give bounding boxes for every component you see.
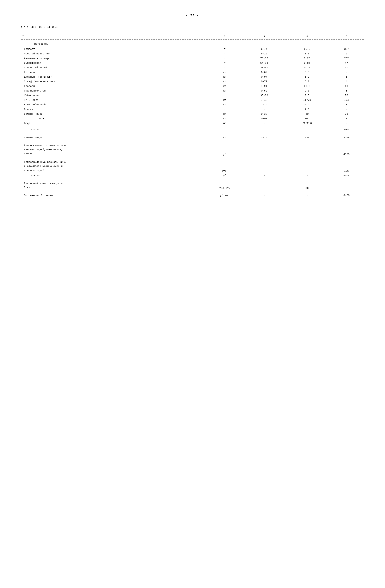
item-total: 8 <box>328 103 365 107</box>
list-item: Нитрагин кг 0-62 0,5 - <box>20 70 365 75</box>
item-qty: 5,9 <box>286 75 328 79</box>
item-name: Уайтспирит <box>20 93 207 98</box>
list-item: Итого стоимость машино-смен, человеко-дн… <box>20 143 365 157</box>
item-price: 39-87 <box>243 65 285 70</box>
item-qty: 30,8 <box>286 84 328 89</box>
item-price: 0-09 <box>243 116 285 121</box>
main-table: I 2 3 4 5 Материалы: Компост т 6-74 50,0… <box>20 34 365 198</box>
item-col3: - <box>243 181 285 190</box>
list-item: Опилки т - 2,0 - <box>20 107 365 112</box>
col-header-4: 4 <box>286 34 328 39</box>
item-unit: кг <box>207 98 243 103</box>
spacer <box>20 157 365 159</box>
item-unit: кг <box>207 75 243 79</box>
item-name: Итого стоимость машино-смен, человеко-дн… <box>20 143 207 157</box>
item-qty: 2,0 <box>286 89 328 93</box>
item-qty: IOO <box>286 116 328 121</box>
item-qty: 2,0 <box>286 107 328 112</box>
item-qty: 0,5 <box>286 93 328 98</box>
item-unit: руб. <box>207 143 243 157</box>
list-item: Компост т 6-74 50,0 337 <box>20 47 365 51</box>
item-qty: 800 <box>286 181 328 190</box>
item-name: Суперфосфат <box>20 61 207 65</box>
item-unit: кг <box>207 89 243 93</box>
item-price: 6-74 <box>243 47 285 51</box>
subtotal-row: Итого 804 <box>20 126 365 133</box>
total-col4: - <box>286 173 328 178</box>
list-item: Смачиватель ОП-7 кг 0-52 2,0 I <box>20 89 365 93</box>
list-item: Непредвиденные расходы IO % к стоимости … <box>20 159 365 173</box>
item-unit: т <box>207 51 243 56</box>
item-unit: т <box>207 107 243 112</box>
list-item: Семена кедра кг 3-I5 720 2268 <box>20 135 365 140</box>
item-price: 0-97 <box>243 75 285 79</box>
item-total: 4SI9 <box>328 143 365 157</box>
item-total: IOI <box>328 56 365 61</box>
item-col3 <box>243 143 285 157</box>
item-col3: - <box>243 193 285 198</box>
item-unit: т <box>207 93 243 98</box>
item-unit: кг <box>207 112 243 116</box>
item-total: I <box>328 89 365 93</box>
doc-ref: т.п.р. 4II -03-5.84 ал.I <box>20 26 365 29</box>
col-header-1: I <box>20 34 207 39</box>
col-header-5: 5 <box>328 34 365 39</box>
col-header-2: 2 <box>207 34 243 39</box>
list-item: Вода м³ - 2082,6 - <box>20 121 365 126</box>
subtotal-label: Итого <box>20 126 207 133</box>
section-header-materials: Материалы: <box>20 40 365 47</box>
item-name: Вода <box>20 121 207 126</box>
item-name: ТМТД 80 % <box>20 98 207 103</box>
item-name: Компост <box>20 47 207 51</box>
item-col4 <box>286 143 328 157</box>
list-item: Пропазин кг I-94 30,8 60 <box>20 84 365 89</box>
item-price: I-94 <box>243 84 285 89</box>
page-header: - IB - <box>20 14 365 17</box>
item-qty: 720 <box>286 135 328 140</box>
item-unit: кг <box>207 116 243 121</box>
item-name: 2,4-Д (аминная соль) <box>20 79 207 84</box>
item-price: 78-82 <box>243 56 285 61</box>
item-total: II <box>328 65 365 70</box>
item-price: 3-I5 <box>243 135 285 140</box>
item-qty: 60 <box>286 112 328 116</box>
item-name: Хлористый калий <box>20 65 207 70</box>
item-unit: тнс.шт. <box>207 181 243 190</box>
item-unit: т <box>207 47 243 51</box>
item-unit: кг <box>207 135 243 140</box>
list-item: Ежегодный выход сеянцев с I га тнс.шт. -… <box>20 181 365 190</box>
list-item: овса кг 0-09 IOO 9 <box>20 116 365 121</box>
item-col4: - <box>286 193 328 198</box>
item-price: 54-83 <box>243 61 285 65</box>
item-total: 6-38 <box>328 193 365 198</box>
item-unit: руб. <box>207 159 243 173</box>
item-total: - <box>328 181 365 190</box>
item-total: IB <box>328 93 365 98</box>
total-col3: - <box>243 173 285 178</box>
spacer <box>20 133 365 135</box>
item-price: 0-62 <box>243 70 285 75</box>
item-name: Семена: вики <box>20 112 207 116</box>
list-item: Клей мебельный кг I-I4 7,2 8 <box>20 103 365 107</box>
item-col3: - <box>243 159 285 173</box>
list-item: Затраты на I тыс.шт. руб.коп. - - 6-38 <box>20 193 365 198</box>
item-total: 5 <box>328 51 365 56</box>
list-item: Уайтспирит т 35-00 0,5 IB <box>20 93 365 98</box>
item-price: 0-38 <box>243 112 285 116</box>
item-name: Смачиватель ОП-7 <box>20 89 207 93</box>
subtotal-value: 804 <box>328 126 365 133</box>
list-item: Семена: вики кг 0-38 60 23 <box>20 112 365 116</box>
item-total: 9 <box>328 116 365 121</box>
list-item: Хлористый калий т 39-87 0,28 II <box>20 65 365 70</box>
item-qty: 50,0 <box>286 47 328 51</box>
total-unit: руб. <box>207 173 243 178</box>
item-name: Молотый известняк <box>20 51 207 56</box>
spacer <box>20 140 365 143</box>
item-name: овса <box>20 116 207 121</box>
item-name: Ежегодный выход сеянцев с I га <box>20 181 207 190</box>
item-total: 4 <box>328 79 365 84</box>
list-item: Суперфосфат т 54-83 0,85 47 <box>20 61 365 65</box>
item-qty: 0,85 <box>286 61 328 65</box>
item-unit: т <box>207 65 243 70</box>
item-total: I74 <box>328 98 365 103</box>
